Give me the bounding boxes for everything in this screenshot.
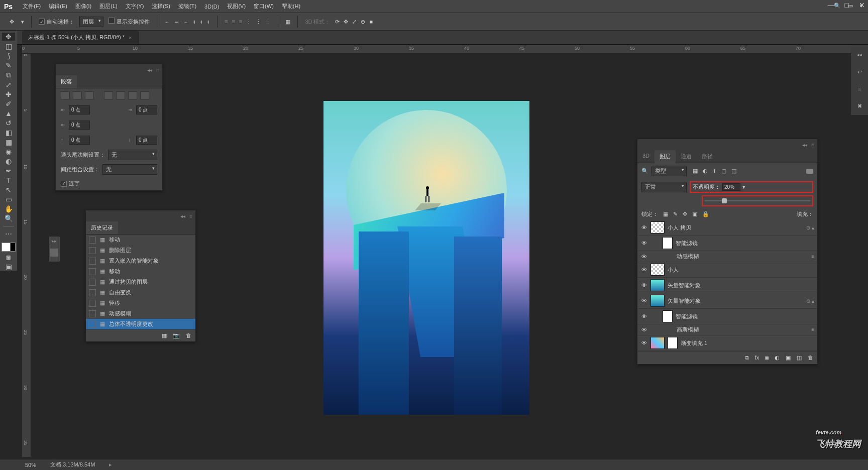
visibility-icon[interactable]: 👁 [640, 298, 647, 304]
history-item[interactable]: ▦轻移 [86, 298, 195, 308]
history-item[interactable]: ▦置入嵌入的智能对象 [86, 256, 195, 266]
menu-edit[interactable]: 编辑(E) [45, 1, 71, 12]
first-line-input[interactable] [69, 121, 90, 130]
opacity-chev-icon[interactable]: ▾ [742, 184, 745, 190]
history-item[interactable]: ▦删除图层 [86, 245, 195, 256]
gradient-tool[interactable]: ▦ [2, 138, 15, 146]
delete-state-icon[interactable]: 🗑 [186, 332, 191, 339]
stamp-tool[interactable]: ▲ [2, 109, 15, 118]
quick-select-tool[interactable]: ✎ [2, 61, 15, 69]
align-right-btn[interactable] [85, 91, 94, 99]
layer-item[interactable]: 👁小人 拷贝⊙ ▴ [637, 220, 817, 236]
tab-paths[interactable]: 路径 [697, 150, 718, 163]
visibility-icon[interactable]: 👁 [640, 224, 647, 230]
edit-toolbar-icon[interactable]: ⋯ [2, 230, 15, 238]
history-item[interactable]: ▦通过拷贝的图层 [86, 277, 195, 287]
visibility-icon[interactable]: 👁 [640, 267, 647, 273]
tool-dropdown-icon[interactable]: ▾ [21, 19, 24, 25]
history-item[interactable]: ▦自由变换 [86, 287, 195, 298]
layer-item[interactable]: 👁渐变填充 1 [637, 335, 817, 351]
tab-history[interactable]: 历史记录 [86, 221, 118, 234]
group-icon[interactable]: ▣ [786, 355, 791, 361]
crop-tool[interactable]: ⧉ [2, 71, 15, 79]
history-brush-tool[interactable]: ↺ [2, 119, 15, 127]
screenmode-icon[interactable]: ▣ [2, 263, 15, 271]
visibility-icon[interactable]: 👁 [640, 282, 647, 288]
workspace-chev-icon[interactable]: ▾ [860, 3, 863, 9]
zoom-tool[interactable]: 🔍 [2, 214, 15, 222]
workspace-icon[interactable]: ▭ [848, 3, 853, 9]
justify-left-btn[interactable] [104, 91, 113, 99]
3d-orbit-icon[interactable]: ⟳ [335, 19, 340, 25]
auto-select-target[interactable]: 图层 [79, 17, 103, 27]
indent-right-input[interactable] [136, 105, 157, 114]
align-bottom-icon[interactable]: ⫠ [183, 19, 189, 25]
panel-collapse-icon[interactable]: ◂◂ [147, 67, 152, 73]
panel-menu-icon[interactable]: ≡ [811, 142, 814, 148]
align-vcenter-icon[interactable]: ⫤ [174, 19, 179, 25]
lock-all-icon[interactable]: 🔒 [702, 211, 709, 217]
auto-select-checkbox[interactable]: 自动选择： [39, 18, 74, 26]
menu-view[interactable]: 视图(V) [223, 1, 250, 12]
tab-paragraph[interactable]: 段落 [56, 75, 77, 88]
history-item[interactable]: ▦移动 [86, 234, 195, 245]
lock-nest-icon[interactable]: ▣ [692, 211, 697, 217]
link-layers-icon[interactable]: ⧉ [745, 355, 749, 361]
doc-size[interactable]: 文档:3.13M/8.54M [50, 461, 95, 468]
justify-all-btn[interactable] [140, 91, 149, 99]
space-after-input[interactable] [136, 136, 157, 145]
auto-align-icon[interactable]: ▦ [285, 19, 290, 25]
menu-layer[interactable]: 图层(L) [95, 1, 121, 12]
dock-icon[interactable] [50, 249, 58, 257]
dist-4-icon[interactable]: ⋮ [246, 19, 252, 25]
dist-1-icon[interactable]: ≡ [225, 19, 228, 25]
delete-layer-icon[interactable]: 🗑 [808, 355, 813, 361]
menu-filter[interactable]: 滤镜(T) [174, 1, 200, 12]
lock-image-icon[interactable]: ✎ [673, 211, 678, 217]
panel-menu-icon[interactable]: ≡ [189, 213, 192, 219]
3d-slide-icon[interactable]: ⤢ [352, 19, 357, 25]
panel-menu-icon[interactable]: ≡ [156, 67, 159, 73]
panel-collapse-icon[interactable]: ◂◂ [180, 213, 185, 219]
layer-item[interactable]: 👁智能滤镜 [637, 309, 817, 324]
align-top-icon[interactable]: ⫠ [164, 19, 170, 25]
layer-item[interactable]: 👁小人 [637, 262, 817, 278]
justify-right-btn[interactable] [128, 91, 137, 99]
history-icon[interactable]: ↩ [854, 67, 864, 77]
filter-adjust-icon[interactable]: ◐ [703, 168, 708, 174]
layer-item[interactable]: 👁矢量智能对象⊙ ▴ [637, 293, 817, 309]
eyedropper-tool[interactable]: ⤢ [2, 81, 15, 89]
filter-smart-icon[interactable]: ◫ [731, 168, 736, 174]
pen-tool[interactable]: ✒ [2, 167, 15, 175]
brush-tool[interactable]: ✐ [2, 100, 15, 108]
opacity-slider[interactable] [705, 197, 810, 204]
dodge-tool[interactable]: ◐ [2, 157, 15, 165]
menu-image[interactable]: 图像(I) [71, 1, 95, 12]
layer-item[interactable]: 👁矢量智能对象 [637, 278, 817, 293]
move-tool[interactable]: ✥ [2, 33, 15, 41]
layer-mask-icon[interactable]: ◙ [765, 355, 769, 361]
align-left-btn[interactable] [61, 91, 70, 99]
type-tool[interactable]: T [2, 176, 15, 184]
visibility-icon[interactable]: 👁 [640, 327, 647, 333]
document-tab[interactable]: 未标题-1 @ 50% (小人 拷贝, RGB/8#) * × [22, 31, 139, 44]
visibility-icon[interactable]: 👁 [640, 254, 647, 260]
dist-5-icon[interactable]: ⋮ [256, 19, 261, 25]
path-select-tool[interactable]: ↖ [2, 186, 15, 194]
menu-type[interactable]: 文字(Y) [122, 1, 148, 12]
history-item[interactable]: ▦总体不透明度更改 [86, 319, 195, 329]
align-right-icon[interactable]: ⫞ [207, 19, 210, 25]
tab-layers[interactable]: 图层 [655, 150, 676, 163]
color-swatches[interactable] [2, 243, 16, 252]
collapsed-dock[interactable]: ▸▸ [48, 236, 60, 262]
3d-camera-icon[interactable]: ■ [369, 19, 373, 25]
space-before-input[interactable] [69, 136, 90, 145]
history-source-icon[interactable]: ▦ [162, 332, 167, 339]
dist-6-icon[interactable]: ⋮ [265, 19, 271, 25]
dist-2-icon[interactable]: ≡ [232, 19, 235, 25]
filter-image-icon[interactable]: ▦ [693, 168, 698, 174]
layer-item[interactable]: 👁智能滤镜 [637, 236, 817, 251]
align-center-btn[interactable] [73, 91, 82, 99]
justify-center-btn[interactable] [116, 91, 125, 99]
opacity-input[interactable] [722, 183, 740, 191]
